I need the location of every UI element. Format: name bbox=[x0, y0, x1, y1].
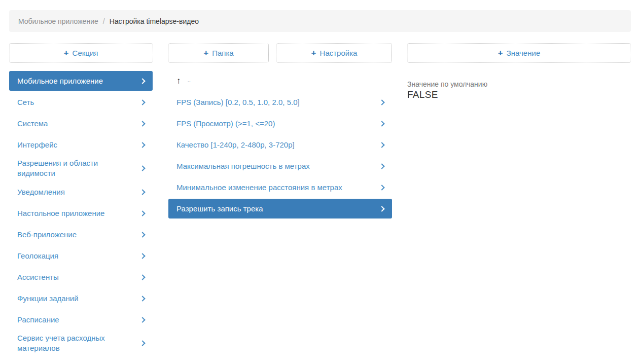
add-value-label: Значение bbox=[507, 49, 541, 57]
chevron-right-icon bbox=[139, 99, 145, 105]
chevron-right-icon bbox=[379, 121, 384, 126]
sidebar-item-label: Разрешения и области видимости bbox=[17, 158, 140, 178]
plus-icon: + bbox=[203, 48, 208, 58]
main-content: + Секция Мобильное приложение Сеть bbox=[9, 43, 631, 357]
chevron-right-icon bbox=[379, 99, 384, 105]
settings-list: ↑ .. FPS (Запись) [0.2, 0.5, 1.0, 2.0, 5… bbox=[168, 71, 392, 219]
setting-item[interactable]: Минимальное изменение расстояния в метра… bbox=[168, 177, 392, 197]
sidebar-item[interactable]: Ассистенты bbox=[9, 267, 153, 287]
setting-item-label: Качество [1-240p, 2-480p, 3-720p] bbox=[176, 140, 380, 150]
page: Мобильное приложение / Настройка timelap… bbox=[0, 0, 640, 357]
add-setting-label: Настройка bbox=[320, 49, 358, 57]
add-folder-label: Папка bbox=[212, 49, 233, 57]
setting-item-label: FPS (Запись) [0.2, 0.5, 1.0, 2.0, 5.0] bbox=[176, 97, 380, 107]
sections-list: Мобильное приложение Сеть Система bbox=[9, 71, 153, 355]
chevron-right-icon bbox=[139, 210, 145, 216]
sidebar-item[interactable]: Уведомления bbox=[9, 182, 153, 202]
setting-item[interactable]: Разрешить запись трека bbox=[168, 199, 392, 219]
chevron-right-icon bbox=[139, 189, 145, 195]
add-section-button[interactable]: + Секция bbox=[9, 43, 153, 63]
sidebar-item-label: Функции заданий bbox=[17, 294, 140, 304]
add-section-label: Секция bbox=[73, 49, 98, 57]
default-value-label: Значение по умолчанию bbox=[407, 80, 631, 88]
chevron-right-icon bbox=[139, 274, 145, 280]
add-folder-button[interactable]: + Папка bbox=[168, 43, 269, 63]
sidebar-item[interactable]: Сервис учета расходных материалов bbox=[9, 331, 153, 355]
setting-item[interactable]: Максимальная погрешность в метрах bbox=[168, 156, 392, 176]
setting-item[interactable]: Качество [1-240p, 2-480p, 3-720p] bbox=[168, 135, 392, 155]
navigate-up-item[interactable]: ↑ .. bbox=[168, 71, 392, 91]
chevron-right-icon bbox=[139, 253, 145, 259]
chevron-right-icon bbox=[379, 185, 384, 190]
sidebar-item[interactable]: Функции заданий bbox=[9, 288, 153, 308]
sidebar-item-label: Система bbox=[17, 119, 140, 129]
chevron-right-icon bbox=[139, 232, 145, 237]
sections-column: + Секция Мобильное приложение Сеть bbox=[9, 43, 153, 357]
sidebar-item[interactable]: Веб-приложение bbox=[9, 225, 153, 244]
sidebar-item[interactable]: Разрешения и области видимости bbox=[9, 156, 153, 180]
chevron-right-icon bbox=[139, 296, 145, 301]
breadcrumb-separator: / bbox=[103, 17, 105, 25]
value-column: + Значение Значение по умолчанию FALSE bbox=[407, 43, 631, 100]
chevron-right-icon bbox=[139, 78, 145, 84]
sidebar-item-label: Интерфейс bbox=[17, 140, 140, 150]
setting-item-label: Максимальная погрешность в метрах bbox=[176, 161, 380, 171]
plus-icon: + bbox=[64, 48, 69, 58]
settings-toolbar: + Папка + Настройка bbox=[168, 43, 392, 63]
sidebar-item-label: Настольное приложение bbox=[17, 208, 140, 219]
setting-item[interactable]: FPS (Просмотр) (>=1, <=20) bbox=[168, 114, 392, 133]
chevron-right-icon bbox=[139, 340, 145, 346]
sidebar-item-label: Веб-приложение bbox=[17, 230, 140, 240]
sidebar-item[interactable]: Система bbox=[9, 114, 153, 133]
sidebar-item[interactable]: Геолокация bbox=[9, 246, 153, 266]
breadcrumb: Мобильное приложение / Настройка timelap… bbox=[9, 10, 631, 32]
add-value-button[interactable]: + Значение bbox=[407, 43, 631, 63]
breadcrumb-parent-link[interactable]: Мобильное приложение bbox=[18, 17, 98, 25]
chevron-right-icon bbox=[139, 142, 145, 148]
chevron-right-icon bbox=[379, 163, 384, 169]
sidebar-item-label: Сеть bbox=[17, 97, 140, 107]
chevron-right-icon bbox=[139, 165, 145, 171]
setting-item-label: Минимальное изменение расстояния в метра… bbox=[176, 183, 380, 193]
plus-icon: + bbox=[498, 48, 503, 58]
chevron-right-icon bbox=[379, 142, 384, 148]
setting-item-label: Разрешить запись трека bbox=[176, 204, 380, 214]
chevron-right-icon bbox=[139, 121, 145, 126]
sidebar-item-label: Сервис учета расходных материалов bbox=[17, 333, 140, 353]
settings-column: + Папка + Настройка ↑ .. FPS (Запись) [0… bbox=[168, 43, 392, 220]
sidebar-item[interactable]: Мобильное приложение bbox=[9, 71, 153, 91]
sidebar-item[interactable]: Сеть bbox=[9, 92, 153, 112]
add-setting-button[interactable]: + Настройка bbox=[276, 43, 392, 63]
chevron-right-icon bbox=[139, 317, 145, 322]
chevron-right-icon bbox=[379, 206, 384, 211]
setting-item-label: FPS (Просмотр) (>=1, <=20) bbox=[176, 119, 380, 129]
setting-item[interactable]: FPS (Запись) [0.2, 0.5, 1.0, 2.0, 5.0] bbox=[168, 92, 392, 112]
breadcrumb-current: Настройка timelapse-видео bbox=[110, 17, 199, 25]
sidebar-item-label: Мобильное приложение bbox=[17, 76, 140, 86]
default-value: FALSE bbox=[407, 89, 631, 100]
sidebar-item[interactable]: Расписание bbox=[9, 310, 153, 330]
plus-icon: + bbox=[311, 48, 316, 58]
sidebar-item-label: Геолокация bbox=[17, 251, 140, 261]
up-arrow-icon: ↑ bbox=[176, 76, 181, 86]
sidebar-item-label: Ассистенты bbox=[17, 272, 140, 282]
parent-folder-label: .. bbox=[188, 75, 191, 85]
sidebar-item[interactable]: Настольное приложение bbox=[9, 203, 153, 223]
sidebar-item[interactable]: Интерфейс bbox=[9, 135, 153, 155]
sidebar-item-label: Уведомления bbox=[17, 187, 140, 197]
sidebar-item-label: Расписание bbox=[17, 315, 140, 325]
